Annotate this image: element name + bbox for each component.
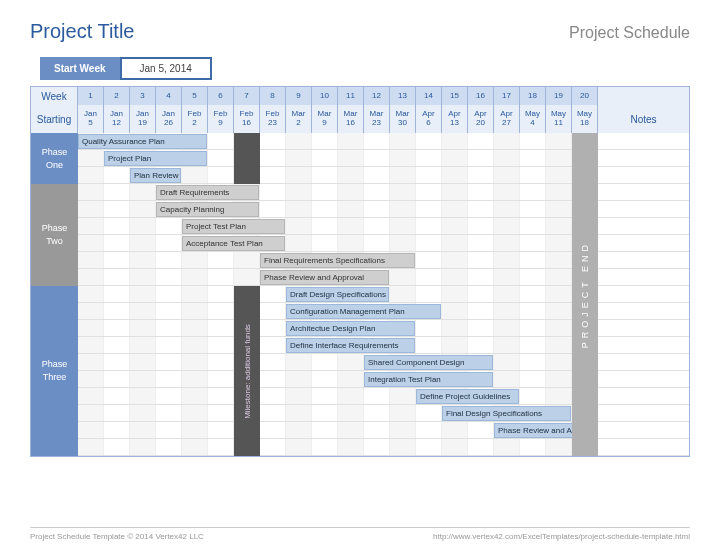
week-date-11: Mar16 bbox=[338, 105, 364, 133]
phase-label: PhaseTwo bbox=[31, 184, 78, 286]
grid-cell bbox=[520, 218, 546, 234]
grid-cell bbox=[494, 337, 520, 353]
grid-cell bbox=[156, 269, 182, 285]
grid-cell bbox=[390, 405, 416, 421]
grid-cell bbox=[260, 405, 286, 421]
grid-cell bbox=[208, 133, 234, 149]
week-date-20: May18 bbox=[572, 105, 598, 133]
grid-cell bbox=[494, 184, 520, 200]
task-bar[interactable]: Project Plan bbox=[104, 151, 207, 166]
task-bar[interactable]: Architectue Design Plan bbox=[286, 321, 415, 336]
notes-header: Notes bbox=[598, 105, 689, 133]
week-num-20: 20 bbox=[572, 87, 598, 105]
page-title: Project Title bbox=[30, 20, 134, 43]
grid-cell bbox=[338, 184, 364, 200]
task-bar[interactable]: Draft Requirements bbox=[156, 185, 259, 200]
grid-cell bbox=[390, 286, 416, 302]
task-bar[interactable]: Quality Assurance Plan bbox=[78, 134, 207, 149]
week-date-5: Feb2 bbox=[182, 105, 208, 133]
grid-cell bbox=[520, 184, 546, 200]
task-bar[interactable]: Define Interface Requirements bbox=[286, 338, 415, 353]
notes-cell[interactable] bbox=[598, 337, 689, 353]
start-week-value[interactable]: Jan 5, 2014 bbox=[120, 57, 212, 80]
grid-cell bbox=[130, 337, 156, 353]
notes-cell[interactable] bbox=[598, 218, 689, 234]
grid-cell bbox=[520, 286, 546, 302]
grid-cell bbox=[104, 269, 130, 285]
week-num-10: 10 bbox=[312, 87, 338, 105]
notes-cell[interactable] bbox=[598, 184, 689, 200]
grid-cell bbox=[364, 235, 390, 251]
task-bar[interactable]: Plan Review bbox=[130, 168, 181, 183]
notes-cell[interactable] bbox=[598, 354, 689, 370]
notes-cell[interactable] bbox=[598, 303, 689, 319]
grid-cell bbox=[104, 320, 130, 336]
grid-cell bbox=[104, 405, 130, 421]
week-num-2: 2 bbox=[104, 87, 130, 105]
grid-cell bbox=[286, 218, 312, 234]
task-bar[interactable]: Draft Design Specifications bbox=[286, 287, 389, 302]
grid-cell bbox=[182, 167, 208, 183]
week-num-3: 3 bbox=[130, 87, 156, 105]
grid-cell bbox=[156, 218, 182, 234]
grid-cell bbox=[442, 167, 468, 183]
grid-cell bbox=[286, 388, 312, 404]
notes-cell[interactable] bbox=[598, 133, 689, 149]
grid-cell bbox=[78, 184, 104, 200]
grid-cell bbox=[130, 388, 156, 404]
grid-cell bbox=[208, 439, 234, 455]
task-bar[interactable]: Define Project Guidelines bbox=[416, 389, 519, 404]
task-bar[interactable]: Shared Component Design bbox=[364, 355, 493, 370]
grid-cell bbox=[130, 371, 156, 387]
grid-cell bbox=[494, 354, 520, 370]
grid-cell bbox=[468, 150, 494, 166]
grid-cell bbox=[78, 286, 104, 302]
grid-cell bbox=[546, 371, 572, 387]
grid-cell bbox=[364, 167, 390, 183]
week-date-2: Jan12 bbox=[104, 105, 130, 133]
grid-cell bbox=[130, 286, 156, 302]
grid-cell bbox=[442, 337, 468, 353]
week-num-9: 9 bbox=[286, 87, 312, 105]
notes-cell[interactable] bbox=[598, 286, 689, 302]
task-bar[interactable]: Integration Test Plan bbox=[364, 372, 493, 387]
grid-cell bbox=[364, 201, 390, 217]
grid-cell bbox=[260, 303, 286, 319]
notes-cell[interactable] bbox=[598, 405, 689, 421]
grid-cell bbox=[104, 337, 130, 353]
task-bar[interactable]: Final Requirements Specifications bbox=[260, 253, 415, 268]
grid-cell bbox=[260, 286, 286, 302]
task-bar[interactable]: Configuration Management Plan bbox=[286, 304, 441, 319]
notes-cell[interactable] bbox=[598, 320, 689, 336]
notes-cell[interactable] bbox=[598, 235, 689, 251]
grid-cell bbox=[546, 235, 572, 251]
task-bar[interactable]: Acceptance Test Plan bbox=[182, 236, 285, 251]
grid-cell bbox=[364, 133, 390, 149]
task-bar[interactable]: Phase Review and Approval bbox=[260, 270, 389, 285]
notes-cell[interactable] bbox=[598, 167, 689, 183]
grid-cell bbox=[494, 269, 520, 285]
grid-cell bbox=[260, 439, 286, 455]
grid-cell bbox=[390, 167, 416, 183]
week-num-8: 8 bbox=[260, 87, 286, 105]
grid-cell bbox=[546, 388, 572, 404]
grid-cell bbox=[494, 201, 520, 217]
notes-cell[interactable] bbox=[598, 439, 689, 455]
task-bar[interactable]: Project Test Plan bbox=[182, 219, 285, 234]
grid-cell bbox=[130, 235, 156, 251]
notes-cell[interactable] bbox=[598, 201, 689, 217]
notes-cell[interactable] bbox=[598, 269, 689, 285]
grid-cell bbox=[156, 405, 182, 421]
notes-cell[interactable] bbox=[598, 150, 689, 166]
task-bar[interactable]: Final Design Specifications bbox=[442, 406, 571, 421]
grid-cell bbox=[338, 150, 364, 166]
notes-cell[interactable] bbox=[598, 371, 689, 387]
notes-cell[interactable] bbox=[598, 252, 689, 268]
notes-cell[interactable] bbox=[598, 422, 689, 438]
week-num-16: 16 bbox=[468, 87, 494, 105]
task-bar[interactable]: Capacity Planning bbox=[156, 202, 259, 217]
notes-cell[interactable] bbox=[598, 388, 689, 404]
week-num-11: 11 bbox=[338, 87, 364, 105]
grid-cell bbox=[208, 150, 234, 166]
grid-cell bbox=[156, 252, 182, 268]
